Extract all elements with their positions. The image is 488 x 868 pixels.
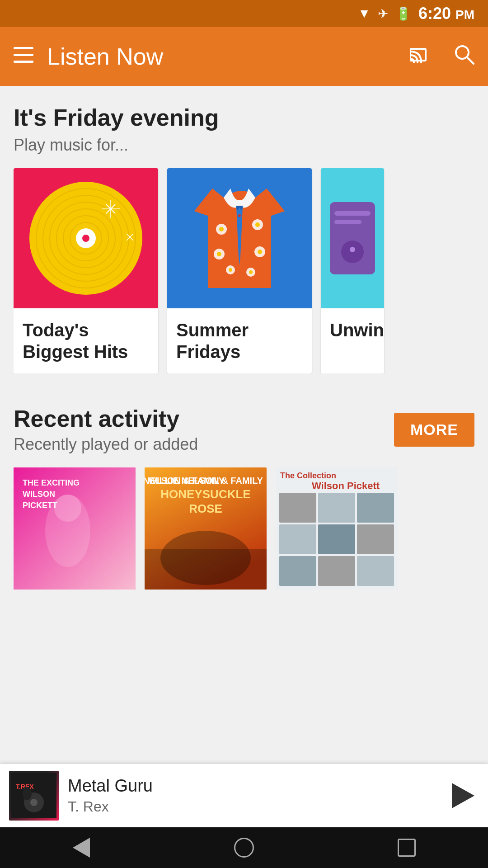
now-playing-artist: T. Rex [68,798,438,815]
friday-subtitle: Play music for... [14,136,474,155]
card-label-biggest-hits: Today's Biggest Hits [14,308,158,373]
svg-rect-52 [145,549,267,590]
svg-point-69 [23,787,32,800]
recent-header: Recent activity Recently played or added… [14,405,474,454]
recent-title-block: Recent activity Recently played or added [14,405,198,454]
svg-point-33 [238,214,241,217]
now-playing-bar: T.REX Metal Guru T. Rex [0,764,488,827]
svg-rect-63 [318,556,355,586]
play-button[interactable] [447,778,479,813]
playlist-card-summer-fridays[interactable]: Summer Fridays [167,168,312,373]
card-image-shirt [167,168,312,308]
recent-title: Recent activity [14,405,198,432]
svg-text:WILLIE NELSON & FAMILY: WILLIE NELSON & FAMILY [148,476,263,486]
app-bar: Listen Now [0,27,488,86]
svg-rect-59 [279,524,316,554]
svg-rect-0 [14,47,33,49]
svg-text:Wilson Pickett: Wilson Pickett [312,480,380,491]
svg-point-45 [54,495,81,522]
now-playing-art-inner: T.REX [9,771,59,821]
svg-rect-58 [357,493,394,523]
friday-heading: It's Friday evening [14,104,474,131]
recents-button[interactable] [389,830,425,866]
recent-subtitle: Recently played or added [14,435,198,454]
svg-point-26 [217,252,221,256]
play-icon [452,783,474,808]
friday-section: It's Friday evening Play music for... [0,86,488,387]
wifi-icon: ▼ [358,6,371,21]
card-label-summer-fridays: Summer Fridays [167,308,312,373]
back-button[interactable] [63,830,99,866]
svg-rect-35 [334,211,371,216]
status-icons: ▼ ✈ 🔋 6:20 PM [358,4,474,23]
now-playing-info: Metal Guru T. Rex [59,776,447,815]
svg-rect-60 [318,524,355,554]
svg-text:HONEYSUCKLE: HONEYSUCKLE [160,487,250,501]
svg-rect-61 [357,524,394,554]
more-button[interactable]: MORE [394,413,474,447]
status-time: 6:20 PM [418,4,474,23]
svg-point-38 [350,247,355,252]
hamburger-menu-icon[interactable] [14,47,33,66]
back-icon [73,838,90,858]
recents-icon [398,839,416,857]
app-title: Listen Now [47,43,397,70]
svg-rect-56 [279,493,316,523]
svg-line-5 [467,57,474,64]
playlist-card-unwind[interactable]: Unwind [321,168,384,373]
home-icon [234,838,254,858]
album-row: THE EXCITING WILSON PICKETT WILLIE NELSO… [14,467,474,590]
album-art-honeysuckle-rose[interactable]: WILLIE NELSON & FAMILY WILLIE NELSON & F… [145,467,267,590]
card-image-vinyl [14,168,158,308]
svg-rect-64 [357,556,394,586]
svg-point-30 [229,268,232,272]
svg-rect-1 [14,54,33,56]
card-label-unwind: Unwind [321,308,384,352]
svg-text:THE EXCITING: THE EXCITING [23,478,80,487]
search-icon[interactable] [454,44,474,69]
svg-text:WILSON: WILSON [23,490,55,499]
svg-point-14 [82,235,89,242]
svg-text:ROSE: ROSE [189,502,222,515]
album-art-wilson-pickett[interactable]: THE EXCITING WILSON PICKETT [14,467,136,590]
svg-rect-36 [334,220,361,224]
svg-text:The Collection: The Collection [280,471,336,480]
album-art-wilson-pickett-collection[interactable]: The Collection Wilson Pickett [276,467,398,590]
svg-rect-2 [14,61,33,63]
cast-icon[interactable] [410,45,431,68]
battery-icon: 🔋 [395,6,411,21]
now-playing-art: T.REX [9,771,59,821]
svg-rect-57 [318,493,355,523]
svg-point-68 [30,799,38,806]
svg-rect-62 [279,556,316,586]
svg-point-22 [219,227,224,231]
now-playing-title: Metal Guru [68,776,438,796]
status-bar: ▼ ✈ 🔋 6:20 PM [0,0,488,27]
airplane-icon: ✈ [378,6,388,21]
card-image-unwind [321,168,384,308]
home-button[interactable] [226,830,262,866]
bottom-nav [0,827,488,868]
playlist-card-todays-biggest-hits[interactable]: Today's Biggest Hits [14,168,158,373]
svg-point-24 [255,222,260,227]
svg-point-32 [249,270,253,274]
recent-activity-section: Recent activity Recently played or added… [0,387,488,599]
playlist-cards-row: Today's Biggest Hits [14,168,474,373]
svg-point-28 [258,250,262,254]
